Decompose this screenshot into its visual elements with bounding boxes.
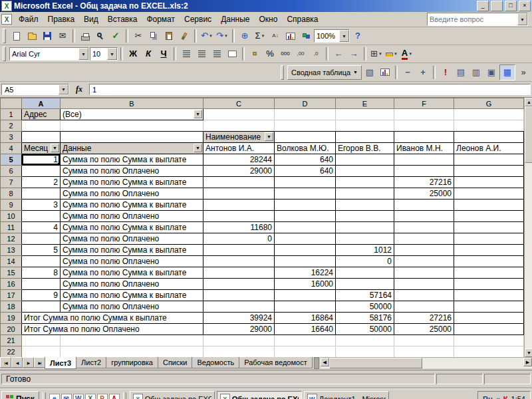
- italic-button[interactable]: К: [141, 47, 156, 61]
- row-header-3[interactable]: 3: [1, 132, 22, 143]
- tab-scroll-last-button[interactable]: ▶|: [34, 357, 45, 368]
- cell-B16[interactable]: Сумма по полю Оплачено: [61, 279, 203, 290]
- menu-item-4[interactable]: Вставка: [103, 13, 142, 25]
- cell-B8[interactable]: Сумма по полю Оплачено: [61, 188, 203, 200]
- cell-B14[interactable]: Сумма по полю Оплачено: [61, 256, 203, 267]
- cell-B18[interactable]: Сумма по полю Оплачено: [61, 301, 203, 313]
- cell-D12[interactable]: [275, 233, 336, 245]
- cell-F15[interactable]: [394, 267, 454, 279]
- drawing-icon[interactable]: [299, 29, 313, 43]
- cell-G22[interactable]: [454, 346, 524, 358]
- cell-G14[interactable]: [454, 256, 524, 267]
- fill-color-icon[interactable]: ▼: [384, 47, 399, 61]
- include-hidden-items-icon[interactable]: ▤: [454, 65, 468, 80]
- zoom-combo[interactable]: 100%▼: [314, 29, 350, 43]
- cell-D13[interactable]: [275, 245, 336, 256]
- task-button-1[interactable]: XОбщ задача по EXCEL...: [130, 391, 215, 399]
- cell-E14[interactable]: 0: [336, 256, 394, 267]
- cell-C18[interactable]: [203, 301, 275, 313]
- maximize-button[interactable]: [491, 1, 503, 11]
- currency-style-icon[interactable]: ¤: [247, 47, 262, 61]
- sheet-tab-1[interactable]: Лист3: [45, 357, 76, 369]
- show-field-list-icon[interactable]: ▦: [499, 65, 515, 80]
- cell-F21[interactable]: [394, 335, 454, 346]
- cell-G18[interactable]: [454, 301, 524, 313]
- cell-A20[interactable]: Итог Сумма по полю Оплачено: [22, 324, 203, 335]
- column-header-F[interactable]: F: [394, 98, 454, 109]
- ask-question-dropdown-icon[interactable]: ▼: [517, 13, 527, 25]
- cell-E19[interactable]: 58176: [336, 313, 394, 324]
- cell-F5[interactable]: [394, 154, 454, 166]
- cell-C13[interactable]: [203, 245, 275, 256]
- cell-E22[interactable]: [336, 346, 394, 358]
- redo-icon[interactable]: ↷▼: [215, 29, 229, 43]
- ask-question-combo[interactable]: ▼: [427, 13, 528, 26]
- email-icon[interactable]: ✉: [55, 29, 70, 43]
- align-left-icon[interactable]: [179, 47, 194, 61]
- row-header-20[interactable]: 20: [1, 324, 22, 335]
- decrease-decimal-icon[interactable]: ,0: [309, 47, 323, 61]
- cell-C17[interactable]: [203, 290, 275, 301]
- cell-E9[interactable]: [336, 200, 394, 211]
- row-header-22[interactable]: 22: [1, 346, 22, 358]
- word-icon[interactable]: W: [73, 394, 84, 399]
- cell-C8[interactable]: [203, 188, 275, 200]
- cell-E4[interactable]: Егоров В.В.: [336, 143, 394, 154]
- font-size-combo[interactable]: 10▼: [90, 47, 118, 61]
- cell-G12[interactable]: [454, 233, 524, 245]
- tab-scroll-prev-button[interactable]: ◀: [11, 357, 23, 368]
- comma-style-icon[interactable]: 000: [278, 47, 293, 61]
- cell-E5[interactable]: [336, 154, 394, 166]
- sheet-tab-2[interactable]: Лист2: [76, 357, 106, 368]
- cell-F2[interactable]: [394, 120, 454, 132]
- cell-D2[interactable]: [275, 120, 336, 132]
- cell-F6[interactable]: [394, 166, 454, 177]
- cell-F10[interactable]: [394, 211, 454, 222]
- close-button[interactable]: ×: [519, 1, 531, 11]
- cell-D4[interactable]: Волкова М.Ю.: [275, 143, 336, 154]
- cell-F8[interactable]: 25000: [394, 188, 454, 200]
- start-button[interactable]: Пуск: [1, 391, 39, 399]
- cell-C16[interactable]: [203, 279, 275, 290]
- cell-A6[interactable]: [22, 166, 61, 177]
- cell-E3[interactable]: [336, 132, 394, 143]
- cell-F9[interactable]: [394, 200, 454, 211]
- toolbar-grip[interactable]: [3, 29, 6, 43]
- row-header-1[interactable]: 1: [1, 109, 22, 120]
- column-header-B[interactable]: B: [61, 98, 203, 109]
- print-icon[interactable]: [78, 29, 92, 43]
- row-header-10[interactable]: 10: [1, 211, 22, 222]
- new-document-icon[interactable]: [9, 29, 24, 43]
- open-folder-icon[interactable]: [25, 29, 39, 43]
- underline-button[interactable]: Ч: [156, 47, 171, 61]
- task-button-3[interactable]: WДокумент1 - Microsoft ...: [304, 391, 389, 399]
- row-header-12[interactable]: 12: [1, 233, 22, 245]
- cell-B13[interactable]: Сумма по полю Сумма к выплате: [61, 245, 203, 256]
- cell-F3[interactable]: [394, 132, 454, 143]
- show-detail-icon[interactable]: +: [416, 65, 430, 80]
- cell-E15[interactable]: [336, 267, 394, 279]
- cell-G5[interactable]: [454, 154, 524, 166]
- cell-A12[interactable]: [22, 233, 61, 245]
- menu-item-9[interactable]: Справка: [282, 13, 323, 25]
- font-size-combo-arrow-icon[interactable]: ▼: [107, 48, 117, 60]
- cell-G11[interactable]: [454, 222, 524, 233]
- cell-G2[interactable]: [454, 120, 524, 132]
- column-header-D[interactable]: D: [275, 98, 336, 109]
- tray-app-icon[interactable]: К: [503, 395, 508, 399]
- select-all-corner[interactable]: [1, 98, 22, 109]
- cell-A19[interactable]: Итог Сумма по полю Сумма к выплате: [22, 313, 203, 324]
- zoom-combo-arrow-icon[interactable]: ▼: [339, 30, 349, 42]
- cell-F13[interactable]: [394, 245, 454, 256]
- cell-G21[interactable]: [454, 335, 524, 346]
- pivot-chart-wizard-icon[interactable]: [378, 65, 392, 80]
- vertical-scroll-thumb[interactable]: [525, 106, 532, 163]
- cell-F1[interactable]: [394, 109, 454, 120]
- cell-A21[interactable]: [22, 335, 61, 346]
- cell-D16[interactable]: 16000: [275, 279, 336, 290]
- cell-C11[interactable]: 11680: [203, 222, 275, 233]
- font-name-combo-arrow-icon[interactable]: ▼: [78, 48, 88, 60]
- tray-chevron-icon[interactable]: «: [496, 395, 500, 399]
- row-header-16[interactable]: 16: [1, 279, 22, 290]
- cell-F17[interactable]: [394, 290, 454, 301]
